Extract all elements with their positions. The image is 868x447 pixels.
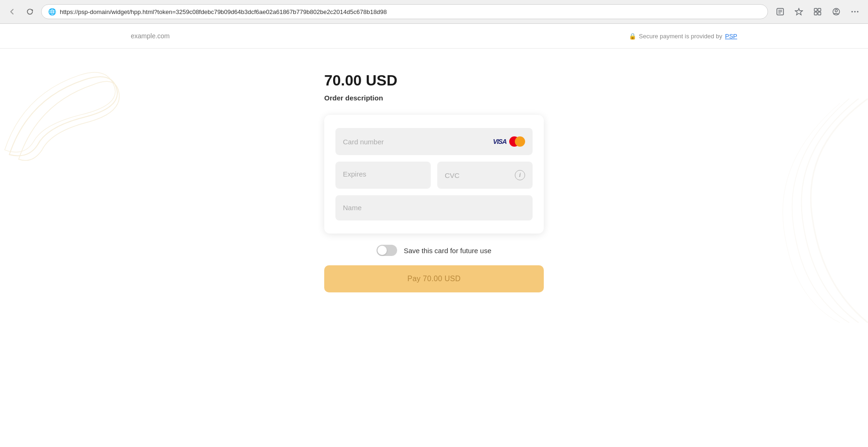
save-card-toggle[interactable] <box>377 245 397 256</box>
expiry-placeholder: Expires <box>343 170 366 178</box>
page-header: example.com 🔒 Secure payment is provided… <box>0 24 868 49</box>
url-text: https://psp-domain/widget/hpp.html?token… <box>60 8 761 15</box>
page-wrapper: example.com 🔒 Secure payment is provided… <box>0 24 868 447</box>
cvc-field[interactable]: CVC i <box>437 162 533 189</box>
expiry-cvc-row: Expires CVC i <box>335 162 533 189</box>
svg-rect-6 <box>818 8 821 11</box>
secure-text: Secure payment is provided by <box>639 33 722 40</box>
save-card-label: Save this card for future use <box>404 247 491 255</box>
reading-list-button[interactable] <box>773 4 788 19</box>
svg-point-11 <box>852 11 853 13</box>
card-number-placeholder: Card number <box>343 138 384 146</box>
collections-button[interactable] <box>810 4 825 19</box>
globe-icon: 🌐 <box>48 8 56 15</box>
toggle-knob <box>377 246 387 255</box>
profile-button[interactable] <box>829 4 844 19</box>
svg-marker-4 <box>795 8 803 15</box>
svg-point-12 <box>854 11 856 13</box>
psp-link[interactable]: PSP <box>725 33 737 40</box>
save-card-row: Save this card for future use <box>377 245 491 256</box>
cvc-info-icon[interactable]: i <box>515 170 525 180</box>
payment-content: 70.00 USD Order description Card number … <box>0 49 868 311</box>
visa-icon: VISA <box>493 138 506 145</box>
expiry-field[interactable]: Expires <box>335 162 431 189</box>
refresh-button[interactable] <box>23 5 36 18</box>
svg-point-13 <box>857 11 859 13</box>
lock-icon: 🔒 <box>629 33 636 40</box>
svg-point-10 <box>835 10 838 12</box>
cvc-placeholder: CVC <box>445 171 460 179</box>
merchant-name: example.com <box>131 32 170 40</box>
favorites-button[interactable] <box>791 4 806 19</box>
more-button[interactable] <box>847 4 862 19</box>
amount-display: 70.00 USD <box>324 72 398 89</box>
card-form: Card number VISA Expires CVC i <box>324 115 544 234</box>
mastercard-icon <box>509 136 525 147</box>
browser-chrome: 🌐 https://psp-domain/widget/hpp.html?tok… <box>0 0 868 24</box>
svg-rect-8 <box>818 12 821 15</box>
browser-toolbar: 🌐 https://psp-domain/widget/hpp.html?tok… <box>0 0 868 23</box>
card-icons: VISA <box>493 136 525 147</box>
order-description: Order description <box>324 94 383 102</box>
name-placeholder: Name <box>343 204 362 212</box>
card-number-field[interactable]: Card number VISA <box>335 128 533 155</box>
address-bar[interactable]: 🌐 https://psp-domain/widget/hpp.html?tok… <box>41 4 768 19</box>
name-field[interactable]: Name <box>335 195 533 220</box>
svg-rect-5 <box>814 8 817 11</box>
browser-actions <box>773 4 862 19</box>
pay-button[interactable]: Pay 70.00 USD <box>324 265 544 292</box>
svg-rect-7 <box>814 12 817 15</box>
secure-payment-info: 🔒 Secure payment is provided by PSP <box>629 33 738 40</box>
back-button[interactable] <box>6 5 19 18</box>
